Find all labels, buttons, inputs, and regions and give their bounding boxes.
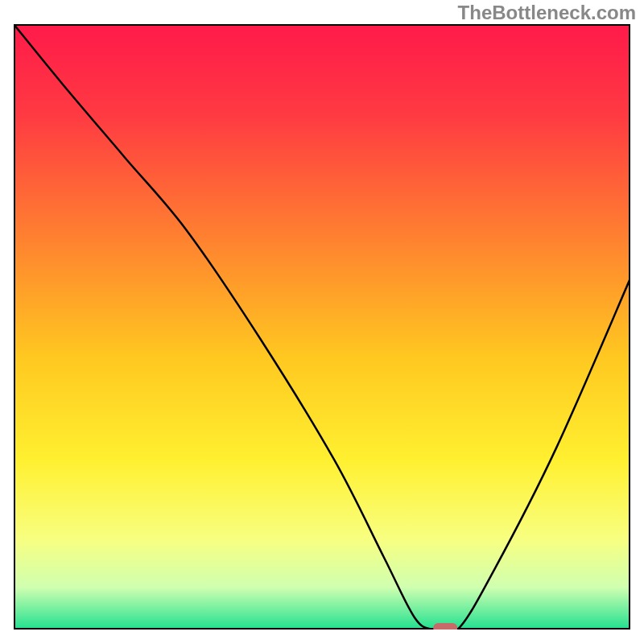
gradient-background bbox=[14, 24, 630, 630]
watermark-text: TheBottleneck.com bbox=[458, 2, 636, 24]
optimal-marker bbox=[433, 623, 457, 630]
plot-area bbox=[14, 24, 630, 630]
chart-container: TheBottleneck.com bbox=[0, 0, 644, 644]
plot-svg bbox=[14, 24, 630, 630]
